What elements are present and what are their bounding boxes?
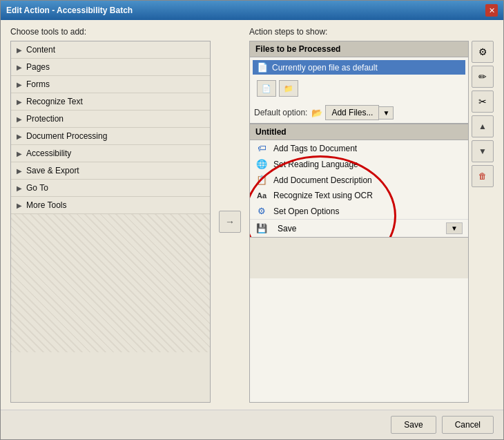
expand-arrow-accessibility: ▶ <box>17 150 22 157</box>
action-item-set-reading-language[interactable]: 🌐 Set Reading Language <box>250 156 468 172</box>
open-folder-button[interactable]: 📁 <box>279 80 298 97</box>
save-item-label: Save <box>278 224 296 233</box>
settings-icon: ⚙ <box>255 206 268 216</box>
sidebar-item-protection[interactable]: ▶ Protection <box>11 111 210 128</box>
trash-icon: 🗑 <box>478 171 487 181</box>
right-area: Files to be Processed 📄 Currently open f… <box>249 41 494 403</box>
tag-icon: 🏷 <box>255 143 268 153</box>
add-files-dropdown: 📂 Add Files... ▼ <box>311 105 394 120</box>
dialog-title: Edit Action - Accessibility Batch <box>6 6 133 15</box>
expand-arrow-save-export: ▶ <box>17 167 22 175</box>
sidebar-item-save-export[interactable]: ▶ Save & Export <box>11 162 210 180</box>
sidebar-item-label-content: Content <box>26 45 55 55</box>
action-item-label-set-reading-language: Set Reading Language <box>273 160 358 169</box>
action-item-recognize-text-ocr[interactable]: Aa Recognize Text using OCR <box>250 188 468 203</box>
delete-button[interactable]: 🗑 <box>472 165 494 187</box>
right-label: Action steps to show: <box>249 27 494 37</box>
action-box: Untitled 🏷 Add Tags to Document 🌐 Set Re… <box>249 124 469 403</box>
cancel-button[interactable]: Cancel <box>442 416 494 434</box>
expand-arrow-recognize-text: ▶ <box>17 98 22 106</box>
move-down-button[interactable]: ▼ <box>472 140 494 162</box>
edit-action-dialog: Edit Action - Accessibility Batch ✕ Choo… <box>0 0 504 440</box>
sidebar-item-accessibility[interactable]: ▶ Accessibility <box>11 145 210 162</box>
add-to-action-button[interactable]: → <box>219 211 241 233</box>
action-empty-area <box>250 237 468 278</box>
action-item-add-tags[interactable]: 🏷 Add Tags to Document <box>250 140 468 156</box>
action-item-label-recognize-text-ocr: Recognize Text using OCR <box>273 191 373 200</box>
expand-arrow-protection: ▶ <box>17 115 22 123</box>
bottom-bar: Save Cancel <box>1 410 503 439</box>
add-files-dropdown-arrow[interactable]: ▼ <box>379 106 394 119</box>
add-files-button[interactable]: Add Files... <box>325 105 379 120</box>
expand-arrow-go-to: ▶ <box>17 184 22 192</box>
expand-arrow-document-processing: ▶ <box>17 133 22 140</box>
middle-arrow-area: → <box>217 41 242 403</box>
add-files-icon: 📂 <box>311 108 322 118</box>
files-box: Files to be Processed 📄 Currently open f… <box>249 41 469 124</box>
pdf-icon: 📄 <box>257 62 268 73</box>
sidebar-item-label-forms: Forms <box>26 79 50 89</box>
new-file-button[interactable]: 📄 <box>257 80 276 97</box>
action-item-set-open-options[interactable]: ⚙ Set Open Options <box>250 203 468 219</box>
sidebar-item-content[interactable]: ▶ Content <box>11 41 210 59</box>
sidebar-item-label-protection: Protection <box>26 114 64 124</box>
sidebar-item-go-to[interactable]: ▶ Go To <box>11 180 210 197</box>
globe-icon: 🌐 <box>255 159 268 169</box>
side-button-3[interactable]: ✂ <box>472 90 494 113</box>
sidebar-item-label-document-processing: Document Processing <box>26 131 107 141</box>
action-header: Untitled <box>250 124 468 140</box>
left-label: Choose tools to add: <box>10 27 211 37</box>
sidebar-item-forms[interactable]: ▶ Forms <box>11 76 210 93</box>
move-up-button[interactable]: ▲ <box>472 115 494 137</box>
save-label-area: 💾 Save <box>255 223 446 233</box>
current-file-label: Currently open file as default <box>272 63 378 73</box>
title-bar: Edit Action - Accessibility Batch ✕ <box>1 1 503 20</box>
action-item-label-add-document-description: Add Document Description <box>273 175 372 185</box>
sidebar-item-label-more-tools: More Tools <box>26 200 66 210</box>
expand-arrow-more-tools: ▶ <box>17 202 22 209</box>
expand-arrow-pages: ▶ <box>17 64 22 71</box>
sidebar-item-label-accessibility: Accessibility <box>26 149 71 158</box>
action-item-save: 💾 Save ▼ <box>250 219 468 237</box>
default-option-label: Default option: <box>254 108 307 117</box>
save-icon: 💾 <box>255 223 268 233</box>
main-area: ▶ Content ▶ Pages ▶ Forms ▶ Recognize Te… <box>10 41 494 403</box>
sidebar-item-document-processing[interactable]: ▶ Document Processing <box>11 128 210 145</box>
left-panel: ▶ Content ▶ Pages ▶ Forms ▶ Recognize Te… <box>10 41 211 403</box>
action-item-label-set-open-options: Set Open Options <box>273 207 339 216</box>
default-option-row: Default option: 📂 Add Files... ▼ <box>250 102 468 123</box>
expand-arrow-content: ▶ <box>17 46 22 54</box>
files-toolbar: 📄 📁 <box>253 77 465 99</box>
sidebar-item-label-pages: Pages <box>26 62 50 72</box>
side-button-2[interactable]: ✏ <box>472 66 494 88</box>
sidebar-item-label-recognize-text: Recognize Text <box>26 97 83 106</box>
sidebar-item-more-tools[interactable]: ▶ More Tools <box>11 197 210 214</box>
ocr-icon: Aa <box>255 191 268 200</box>
files-body: 📄 Currently open file as default 📄 📁 <box>250 57 468 102</box>
sidebar-item-recognize-text[interactable]: ▶ Recognize Text <box>11 93 210 111</box>
close-button[interactable]: ✕ <box>485 4 498 17</box>
down-arrow-icon: ▼ <box>478 146 487 156</box>
sidebar-item-pages[interactable]: ▶ Pages <box>11 59 210 76</box>
right-main: Files to be Processed 📄 Currently open f… <box>249 41 469 403</box>
document-info-icon: 📋 <box>255 175 268 185</box>
save-button[interactable]: Save <box>391 416 436 434</box>
sidebar-item-label-go-to: Go To <box>26 183 48 193</box>
action-item-add-document-description[interactable]: 📋 Add Document Description <box>250 172 468 188</box>
current-file-item[interactable]: 📄 Currently open file as default <box>253 60 465 75</box>
save-dropdown-arrow[interactable]: ▼ <box>446 222 463 234</box>
up-arrow-icon: ▲ <box>478 122 487 131</box>
sidebar-item-label-save-export: Save & Export <box>26 166 79 175</box>
action-item-label-add-tags: Add Tags to Document <box>273 144 357 153</box>
dialog-content: Choose tools to add: Action steps to sho… <box>1 20 503 410</box>
right-side-buttons: ⚙ ✏ ✂ ▲ ▼ 🗑 <box>472 41 494 403</box>
side-button-1[interactable]: ⚙ <box>472 41 494 63</box>
action-list: 🏷 Add Tags to Document 🌐 Set Reading Lan… <box>250 140 468 237</box>
labels-row: Choose tools to add: Action steps to sho… <box>10 27 494 37</box>
files-header: Files to be Processed <box>250 41 468 57</box>
expand-arrow-forms: ▶ <box>17 81 22 88</box>
left-panel-empty <box>11 214 210 352</box>
